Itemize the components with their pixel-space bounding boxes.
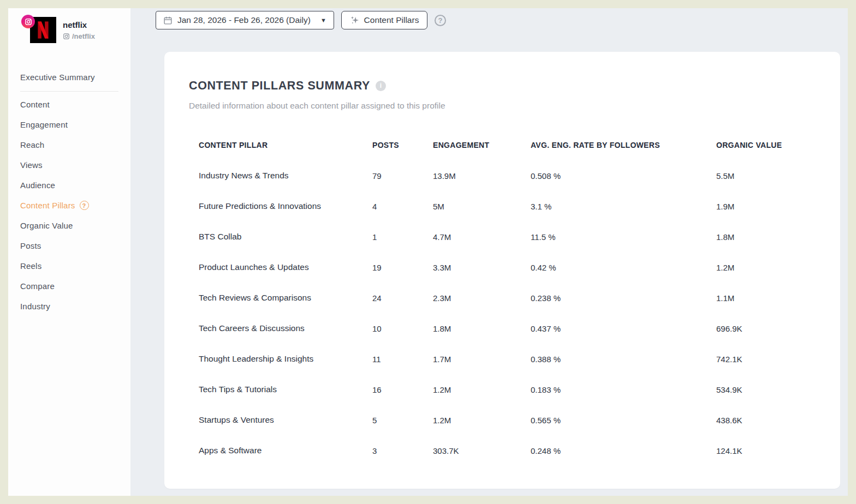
cell-posts: 1 (372, 221, 433, 252)
cell-engagement: 13.9M (433, 160, 531, 191)
cell-organic-value: 438.6K (716, 405, 816, 435)
sidebar-item-label: Posts (20, 241, 41, 250)
cell-organic-value: 124.1K (716, 435, 816, 466)
profile-handle: /netflix (63, 32, 95, 40)
cell-avg-eng-rate: 0.42 % (531, 252, 716, 283)
cell-avg-eng-rate: 0.238 % (531, 283, 716, 313)
sidebar-item-organic-value[interactable]: Organic Value (20, 215, 118, 236)
instagram-mini-icon (63, 33, 70, 40)
cell-pillar: Product Launches & Updates (199, 252, 372, 283)
cell-engagement: 3.3M (433, 252, 531, 283)
cell-posts: 19 (372, 252, 433, 283)
content-pillars-table: CONTENT PILLAR POSTS ENGAGEMENT AVG. ENG… (199, 130, 816, 466)
column-header-posts: POSTS (372, 130, 433, 160)
cell-organic-value: 696.9K (716, 313, 816, 344)
card-subtitle: Detailed information about each content … (189, 100, 816, 112)
cell-engagement: 4.7M (433, 221, 531, 252)
cell-organic-value: 1.2M (716, 252, 816, 283)
cell-organic-value: 1.8M (716, 221, 816, 252)
cell-avg-eng-rate: 0.437 % (531, 313, 716, 344)
column-header-avg-eng-rate: AVG. ENG. RATE BY FOLLOWERS (531, 130, 716, 160)
cell-posts: 24 (372, 283, 433, 313)
sidebar-nav: Executive Summary Content Engagement Rea… (20, 67, 118, 316)
sidebar-item-compare[interactable]: Compare (20, 276, 118, 296)
cell-posts: 11 (372, 344, 433, 374)
cell-engagement: 1.8M (433, 313, 531, 344)
cell-engagement: 1.2M (433, 405, 531, 435)
app-window: netflix /netflix Executive Summary (0, 0, 856, 504)
cell-avg-eng-rate: 0.565 % (531, 405, 716, 435)
cell-posts: 16 (372, 374, 433, 405)
cell-avg-eng-rate: 0.183 % (531, 374, 716, 405)
sidebar-item-industry[interactable]: Industry (20, 296, 118, 316)
cell-pillar: Tech Reviews & Comparisons (199, 283, 372, 313)
cell-organic-value: 1.9M (716, 191, 816, 221)
sidebar-item-label: Content (20, 100, 50, 109)
content-pillars-summary-card: CONTENT PILLARS SUMMARY i Detailed infor… (164, 52, 840, 489)
profile-meta: netflix /netflix (63, 20, 95, 40)
cell-pillar: Thought Leadership & Insights (199, 344, 372, 374)
sidebar: netflix /netflix Executive Summary (8, 8, 130, 496)
cell-avg-eng-rate: 0.508 % (531, 160, 716, 191)
sidebar-item-views[interactable]: Views (20, 155, 118, 175)
profile-name: netflix (63, 20, 95, 29)
page-help-icon[interactable]: ? (435, 15, 446, 26)
content-pillars-help-icon[interactable]: ? (80, 201, 89, 210)
cell-engagement: 1.7M (433, 344, 531, 374)
sidebar-item-audience[interactable]: Audience (20, 175, 118, 195)
cell-avg-eng-rate: 0.248 % (531, 435, 716, 466)
sidebar-item-label: Reels (20, 261, 41, 271)
cell-posts: 79 (372, 160, 433, 191)
sidebar-divider (20, 91, 118, 92)
sidebar-item-engagement[interactable]: Engagement (20, 115, 118, 135)
column-header-organic-value: ORGANIC VALUE (716, 130, 816, 160)
cell-posts: 5 (372, 405, 433, 435)
cell-organic-value: 742.1K (716, 344, 816, 374)
app-frame: netflix /netflix Executive Summary (8, 8, 848, 496)
sidebar-item-label: Engagement (20, 120, 68, 129)
sidebar-item-reels[interactable]: Reels (20, 256, 118, 276)
cell-posts: 4 (372, 191, 433, 221)
sidebar-item-content-pillars[interactable]: Content Pillars ? (20, 195, 118, 215)
sidebar-item-label: Executive Summary (20, 73, 95, 82)
cell-avg-eng-rate: 11.5 % (531, 221, 716, 252)
sidebar-item-content[interactable]: Content (20, 94, 118, 115)
date-range-picker[interactable]: Jan 28, 2026 - Feb 26, 2026 (Daily) ▼ (156, 11, 334, 29)
profile-card[interactable]: netflix /netflix (20, 16, 118, 51)
content-pillars-button[interactable]: Content Pillars (341, 11, 427, 29)
sidebar-item-label: Content Pillars (20, 201, 75, 210)
sidebar-item-label: Industry (20, 302, 50, 311)
cell-organic-value: 1.1M (716, 283, 816, 313)
sidebar-item-label: Audience (20, 181, 55, 190)
cell-pillar: Apps & Software (199, 435, 372, 466)
column-header-engagement: ENGAGEMENT (433, 130, 531, 160)
sidebar-item-label: Compare (20, 281, 55, 291)
topbar: Jan 28, 2026 - Feb 26, 2026 (Daily) ▼ Co… (130, 8, 848, 52)
cell-posts: 10 (372, 313, 433, 344)
info-icon[interactable]: i (376, 81, 386, 91)
cell-pillar: Future Predictions & Innovations (199, 191, 372, 221)
cell-organic-value: 5.5M (716, 160, 816, 191)
page-title: CONTENT PILLARS SUMMARY (189, 79, 370, 92)
cell-engagement: 2.3M (433, 283, 531, 313)
cell-avg-eng-rate: 3.1 % (531, 191, 716, 221)
netflix-logo-icon (34, 21, 52, 39)
main-area: Jan 28, 2026 - Feb 26, 2026 (Daily) ▼ Co… (130, 8, 848, 496)
chevron-down-icon: ▼ (320, 17, 326, 23)
cell-pillar: Startups & Ventures (199, 405, 372, 435)
column-header-content-pillar: CONTENT PILLAR (199, 130, 372, 160)
sidebar-item-posts[interactable]: Posts (20, 236, 118, 256)
cell-pillar: BTS Collab (199, 221, 372, 252)
cell-pillar: Tech Careers & Discussions (199, 313, 372, 344)
cell-pillar: Industry News & Trends (199, 160, 372, 191)
content-pillars-button-label: Content Pillars (364, 15, 419, 25)
cell-pillar: Tech Tips & Tutorials (199, 374, 372, 405)
sidebar-item-reach[interactable]: Reach (20, 135, 118, 155)
sidebar-item-executive-summary[interactable]: Executive Summary (20, 67, 118, 87)
cell-posts: 3 (372, 435, 433, 466)
cell-engagement: 1.2M (433, 374, 531, 405)
calendar-icon (163, 16, 173, 25)
profile-handle-text: /netflix (72, 32, 95, 40)
cell-organic-value: 534.9K (716, 374, 816, 405)
cell-engagement: 5M (433, 191, 531, 221)
